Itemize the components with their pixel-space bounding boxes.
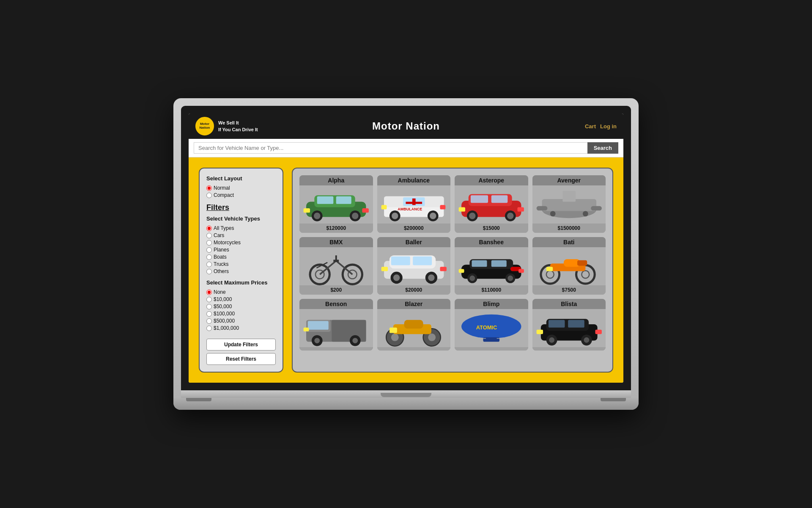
vehicle-price (299, 347, 373, 351)
svg-point-70 (546, 271, 554, 278)
svg-rect-57 (440, 267, 446, 271)
type-cars[interactable]: Cars (206, 232, 276, 238)
price-none[interactable]: None (206, 289, 276, 295)
vehicle-card[interactable]: Bati $7500 (532, 237, 606, 295)
type-boats[interactable]: Boats (206, 254, 276, 260)
vehicle-card[interactable]: BMX $200 (299, 237, 373, 295)
vehicle-card[interactable]: Alpha $120000 (299, 175, 373, 233)
svg-point-84 (352, 338, 358, 343)
vehicle-name: Blista (532, 299, 606, 309)
laptop-foot-right (601, 398, 626, 401)
layout-compact[interactable]: Compact (206, 192, 276, 198)
vehicle-card[interactable]: Benson (299, 299, 373, 351)
login-link[interactable]: Log in (600, 123, 617, 130)
laptop-feet (173, 398, 639, 401)
vehicle-name: Alpha (299, 175, 373, 185)
svg-point-53 (393, 274, 399, 281)
vehicle-name: Blimp (455, 299, 528, 309)
search-button[interactable]: Search (587, 142, 618, 154)
site-title: Motor Nation (372, 120, 440, 132)
vehicle-name: Baller (377, 237, 451, 247)
vehicle-price: $120000 (299, 224, 373, 233)
price-10k[interactable]: $10,000 (206, 296, 276, 302)
svg-line-44 (336, 261, 353, 274)
svg-text:AMBULANCE: AMBULANCE (398, 207, 422, 211)
svg-rect-85 (304, 328, 309, 331)
svg-rect-106 (536, 330, 543, 334)
vehicle-name: Avenger (532, 175, 606, 185)
svg-point-18 (430, 213, 436, 219)
vehicle-image (532, 185, 606, 224)
svg-rect-34 (562, 191, 576, 202)
vehicle-card[interactable]: Blimp ATOMIC (455, 299, 528, 351)
vehicle-price (532, 347, 606, 351)
site-header: Motor Nation We Sell It If You Can Drive… (189, 113, 623, 139)
vehicle-grid-container: Alpha $120000Ambulance AMBULANCE $200000… (292, 168, 613, 373)
svg-rect-75 (577, 260, 587, 266)
type-motorcycles[interactable]: Motorcycles (206, 240, 276, 246)
vehicle-name: Benson (299, 299, 373, 309)
vehicle-types-group: All Types Cars Motorcycles Planes (206, 225, 276, 274)
vehicle-card[interactable]: Banshee $110000 (455, 237, 528, 295)
vehicle-image (299, 309, 373, 347)
vehicle-card[interactable]: Asterope $15000 (455, 175, 528, 233)
svg-rect-25 (491, 195, 508, 203)
svg-rect-101 (568, 320, 584, 328)
type-others[interactable]: Others (206, 268, 276, 274)
vehicle-name: Banshee (455, 237, 528, 247)
search-input[interactable] (194, 142, 587, 154)
vehicle-card[interactable]: Blazer (377, 299, 451, 351)
svg-point-66 (508, 276, 513, 281)
svg-rect-14 (412, 199, 415, 205)
svg-rect-95 (483, 337, 499, 342)
price-100k[interactable]: $100,000 (206, 311, 276, 317)
vehicle-types-title: Select Vehicle Types (206, 215, 276, 222)
svg-rect-68 (518, 269, 524, 273)
vehicle-image (377, 309, 451, 347)
laptop-frame: Motor Nation We Sell It If You Can Drive… (173, 98, 639, 410)
svg-rect-19 (381, 205, 387, 209)
svg-rect-91 (404, 320, 423, 329)
price-50k[interactable]: $50,000 (206, 304, 276, 309)
type-all[interactable]: All Types (206, 225, 276, 231)
vehicle-image: ATOMIC (455, 309, 528, 347)
layout-options: Normal Compact (206, 185, 276, 198)
price-group: None $10,000 $50,000 $100,000 (206, 289, 276, 331)
filters-title: Filters (206, 203, 276, 212)
vehicle-card[interactable]: Avenger $1500000 (532, 175, 606, 233)
vehicle-card[interactable]: Baller $20000 (377, 237, 451, 295)
vehicle-image (377, 247, 451, 285)
layout-title: Select Layout (206, 175, 276, 182)
cart-link[interactable]: Cart (585, 123, 596, 130)
logo-circle: Motor Nation (195, 117, 214, 135)
vehicle-price: $20000 (377, 285, 451, 295)
price-1m[interactable]: $1,000,000 (206, 325, 276, 331)
type-trucks[interactable]: Trucks (206, 261, 276, 267)
svg-rect-20 (440, 205, 445, 209)
vehicle-card[interactable]: Ambulance AMBULANCE $200000 (377, 175, 451, 233)
svg-rect-30 (459, 207, 465, 211)
price-title: Select Maximum Prices (206, 279, 276, 286)
reset-filters-button[interactable]: Reset Filters (206, 353, 276, 365)
svg-point-27 (469, 213, 475, 219)
svg-point-5 (314, 213, 320, 219)
vehicle-card[interactable]: Blista (532, 299, 606, 351)
vehicle-name: Ambulance (377, 175, 451, 185)
svg-rect-2 (317, 196, 334, 204)
svg-point-7 (352, 213, 358, 219)
vehicle-image (455, 185, 528, 224)
svg-point-37 (550, 211, 555, 216)
update-filters-button[interactable]: Update Filters (206, 339, 276, 351)
svg-rect-36 (591, 206, 602, 210)
price-500k[interactable]: $500,000 (206, 318, 276, 324)
vehicle-name: Bati (532, 237, 606, 247)
vehicle-image: AMBULANCE (377, 185, 451, 224)
layout-normal[interactable]: Normal (206, 185, 276, 191)
vehicle-image (299, 247, 373, 285)
type-planes[interactable]: Planes (206, 247, 276, 253)
svg-point-64 (469, 276, 475, 281)
vehicle-price: $200 (299, 285, 373, 295)
logo-tagline: We Sell It If You Can Drive It (218, 119, 258, 133)
svg-rect-31 (517, 207, 524, 211)
svg-point-16 (392, 213, 398, 219)
